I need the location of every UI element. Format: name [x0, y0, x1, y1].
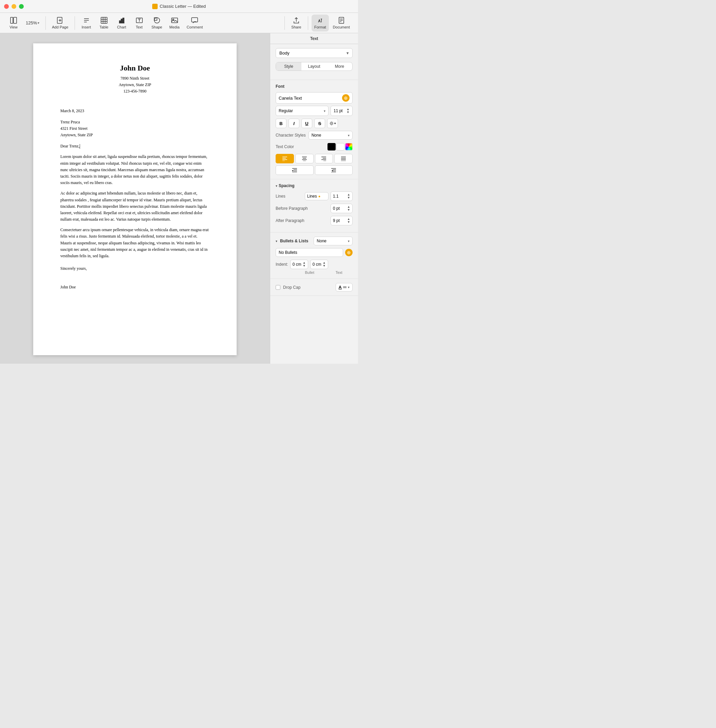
- no-bullets-row: No Bullets ⊕: [276, 248, 353, 257]
- after-paragraph-row: After Paragraph 9 pt ▲ ▼: [276, 216, 353, 225]
- bullet-indent-value: 0 cm: [293, 262, 301, 267]
- insert-button[interactable]: Insert: [78, 15, 95, 32]
- app-icon: [152, 4, 158, 9]
- white-swatch[interactable]: [336, 143, 344, 150]
- bullets-chevron: ▾: [348, 239, 349, 243]
- minimize-button[interactable]: [12, 4, 16, 9]
- font-picker-btn[interactable]: ⊕: [342, 94, 349, 102]
- align-justify-button[interactable]: [334, 154, 353, 163]
- window-title: Classic Letter — Edited: [152, 4, 206, 9]
- view-button[interactable]: View: [5, 15, 22, 32]
- char-styles-selector[interactable]: None ▾: [308, 131, 353, 140]
- spacing-section: ▾ Spacing Lines Lines ● 1.1 ▲ ▼: [270, 179, 358, 232]
- italic-button[interactable]: I: [288, 118, 299, 128]
- chart-button[interactable]: Chart: [114, 15, 130, 32]
- char-styles-label: Character Styles: [276, 133, 306, 138]
- text-color-row: Text Color: [276, 143, 353, 150]
- bullets-picker-btn[interactable]: ⊕: [345, 249, 353, 256]
- lines-down[interactable]: ▼: [347, 196, 350, 199]
- body-paragraph-3[interactable]: Consectetuer arcu ipsum ornare pellentes…: [60, 227, 209, 259]
- separator-3: [284, 16, 285, 30]
- maximize-button[interactable]: [19, 4, 24, 9]
- panel-text-label: Text: [310, 36, 319, 41]
- before-down[interactable]: ▼: [347, 208, 350, 211]
- after-paragraph-value: 9 pt: [333, 218, 340, 223]
- author-address: 7890 Ninth Street Anytown, State ZIP 123…: [60, 75, 209, 95]
- media-button[interactable]: Media: [167, 15, 183, 32]
- letter-date: March 8, 2023: [60, 108, 209, 114]
- font-style-row: Regular ▾ 11 pt ▲ ▼: [276, 106, 353, 116]
- increase-indent-button[interactable]: [315, 165, 353, 175]
- bullets-type-selector[interactable]: None ▾: [314, 237, 353, 246]
- align-right-button[interactable]: [315, 154, 333, 163]
- format-tab-button[interactable]: Format: [311, 15, 329, 32]
- bullet-indent-down[interactable]: ▼: [303, 264, 306, 267]
- text-indent-input[interactable]: 0 cm ▲ ▼: [310, 259, 328, 269]
- zoom-button[interactable]: 125% ▾: [23, 19, 42, 27]
- lines-stepper[interactable]: ▲ ▼: [347, 193, 350, 199]
- more-tab[interactable]: More: [327, 62, 352, 70]
- document-area[interactable]: John Doe 7890 Ninth Street Anytown, Stat…: [0, 33, 270, 364]
- underline-button[interactable]: U: [301, 118, 312, 128]
- strikethrough-button[interactable]: S: [314, 118, 325, 128]
- document-tab-button[interactable]: Document: [330, 15, 353, 32]
- alignment-row: [276, 154, 353, 163]
- body-paragraph-2[interactable]: Ac dolor ac adipiscing amet bibendum nul…: [60, 190, 209, 223]
- add-page-button[interactable]: Add Page: [49, 15, 71, 32]
- black-swatch[interactable]: [328, 143, 335, 150]
- font-name-selector[interactable]: Canela Text ⊕: [276, 92, 353, 104]
- text-indent-down[interactable]: ▼: [323, 264, 326, 267]
- font-style-selector[interactable]: Regular ▾: [276, 106, 329, 116]
- spacing-header[interactable]: ▾ Spacing: [276, 184, 353, 188]
- share-button[interactable]: Share: [288, 15, 305, 32]
- color-picker-button[interactable]: [345, 143, 353, 150]
- salutation: Dear Trenz,: [60, 144, 209, 149]
- shape-button[interactable]: Shape: [149, 15, 165, 32]
- table-button[interactable]: Table: [96, 15, 112, 32]
- after-paragraph-input[interactable]: 9 pt ▲ ▼: [331, 216, 353, 225]
- signature: John Doe: [60, 285, 209, 290]
- drop-cap-checkbox[interactable]: [276, 285, 281, 290]
- lines-value-input[interactable]: 1.1 ▲ ▼: [331, 191, 353, 201]
- text-indent-value: 0 cm: [312, 262, 322, 267]
- text-button[interactable]: Text: [131, 15, 147, 32]
- body-style-section: Body ▾ Style Layout More: [270, 44, 358, 80]
- body-style-selector[interactable]: Body ▾: [276, 48, 353, 58]
- traffic-lights: [4, 4, 24, 9]
- after-stepper[interactable]: ▲ ▼: [347, 218, 350, 224]
- no-bullets-selector[interactable]: No Bullets: [276, 248, 343, 257]
- body-style-value: Body: [279, 50, 290, 56]
- align-left-button[interactable]: [276, 154, 294, 163]
- lines-type-selector[interactable]: Lines ●: [305, 192, 329, 200]
- style-layout-tabs: Style Layout More: [276, 62, 353, 71]
- shape-label: Shape: [152, 25, 162, 29]
- font-size-down[interactable]: ▼: [346, 111, 349, 114]
- text-indent-stepper[interactable]: ▲ ▼: [323, 261, 326, 267]
- page[interactable]: John Doe 7890 Ninth Street Anytown, Stat…: [33, 43, 237, 355]
- after-down[interactable]: ▼: [347, 221, 350, 224]
- drop-cap-style-selector[interactable]: A ▾: [335, 283, 353, 291]
- font-size-input[interactable]: 11 pt ▲ ▼: [331, 106, 353, 116]
- layout-tab[interactable]: Layout: [301, 62, 327, 70]
- bullet-indent-input[interactable]: 0 cm ▲ ▼: [290, 259, 308, 269]
- text-options-button[interactable]: ▾: [327, 118, 338, 128]
- close-button[interactable]: [4, 4, 9, 9]
- comment-button[interactable]: Comment: [184, 15, 206, 32]
- font-size-value: 11 pt: [334, 108, 343, 113]
- panel-text-header: Text: [270, 33, 358, 44]
- before-paragraph-input[interactable]: 0 pt ▲ ▼: [331, 204, 353, 213]
- decrease-indent-button[interactable]: [276, 165, 314, 175]
- address-line1: 7890 Ninth Street: [60, 75, 209, 82]
- align-center-button[interactable]: [295, 154, 314, 163]
- bullets-section: ▾ Bullets & Lists None ▾ No Bullets ⊕ In…: [270, 232, 358, 279]
- bullet-indent-stepper[interactable]: ▲ ▼: [303, 261, 306, 267]
- format-buttons-row: B I U S ▾: [276, 118, 353, 128]
- font-size-stepper[interactable]: ▲ ▼: [346, 108, 349, 114]
- svg-rect-16: [123, 18, 124, 23]
- color-swatch-group: [328, 143, 353, 150]
- body-paragraph-1[interactable]: Lorem ipsum dolor sit amet, ligula suspe…: [60, 153, 209, 186]
- before-stepper[interactable]: ▲ ▼: [347, 205, 350, 211]
- style-tab[interactable]: Style: [276, 62, 301, 70]
- svg-rect-0: [11, 17, 13, 23]
- bold-button[interactable]: B: [276, 118, 287, 128]
